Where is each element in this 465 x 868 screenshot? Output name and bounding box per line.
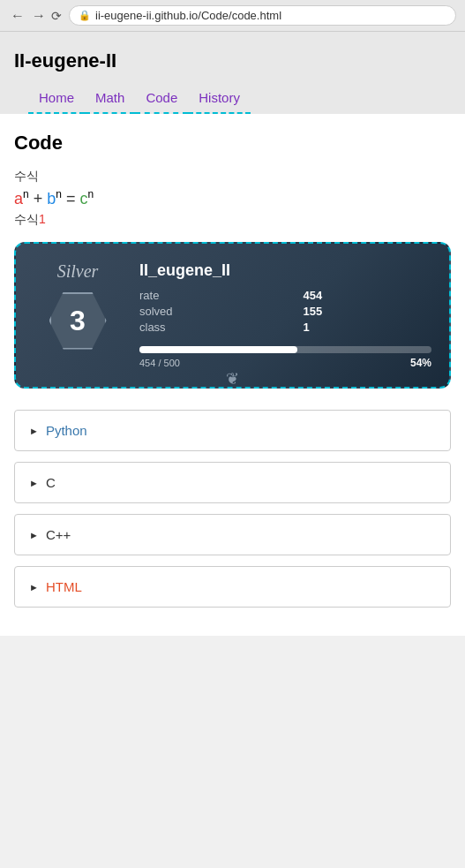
progress-labels: 454 / 500 54%	[139, 357, 431, 369]
formula-equals: =	[66, 190, 80, 208]
progress-bar-fill	[139, 346, 297, 353]
section-python-header[interactable]: ► Python	[15, 411, 450, 450]
solved-value: 155	[303, 305, 431, 318]
reload-button[interactable]: ⟳	[51, 9, 62, 23]
badge-section: Silver 3 ❦	[34, 261, 122, 356]
section-cpp: ► C++	[14, 514, 451, 555]
profile-card: Silver 3 ❦ II_eugene_II rate 454 solved …	[14, 242, 451, 389]
back-button[interactable]: ←	[9, 8, 26, 24]
address-bar[interactable]: 🔒 ii-eugene-ii.github.io/Code/code.html	[69, 5, 456, 26]
section-cpp-header[interactable]: ► C++	[15, 515, 450, 555]
badge-wings: ❦	[226, 369, 239, 389]
profile-info: II_eugene_II rate 454 solved 155 class 1…	[139, 261, 431, 369]
profile-username: II_eugene_II	[139, 261, 431, 280]
rate-label: rate	[139, 289, 281, 302]
site-header: II-eugene-II Home Math Code History	[0, 32, 465, 114]
progress-count: 454 / 500	[139, 358, 180, 368]
nav-item-math[interactable]: Math	[85, 83, 135, 114]
arrow-cpp: ►	[29, 530, 39, 540]
lock-icon: 🔒	[79, 10, 91, 21]
nav-item-home[interactable]: Home	[28, 83, 85, 114]
rate-value: 454	[303, 289, 431, 302]
arrow-html: ►	[29, 582, 39, 593]
formula-exp1: n	[23, 188, 29, 200]
nav-item-code[interactable]: Code	[135, 83, 188, 114]
formula-exp3: n	[87, 188, 94, 200]
formula-num: 1	[39, 212, 46, 226]
nav-buttons: ← → ⟳	[9, 8, 62, 24]
class-value: 1	[303, 321, 431, 334]
forward-button[interactable]: →	[30, 8, 48, 24]
formula-label2: 수식1	[14, 212, 451, 228]
nav-item-history[interactable]: History	[188, 83, 251, 114]
label-python: Python	[46, 423, 87, 438]
class-label: class	[139, 321, 281, 334]
formula-display: an + bn = cn	[14, 188, 451, 208]
page-title: Code	[14, 132, 451, 155]
badge-shape: 3	[47, 285, 109, 356]
browser-chrome: ← → ⟳ 🔒 ii-eugene-ii.github.io/Code/code…	[0, 0, 465, 32]
arrow-python: ►	[29, 426, 39, 436]
arrow-c: ►	[29, 478, 39, 488]
label-c: C	[46, 475, 56, 490]
profile-stats: rate 454 solved 155 class 1	[139, 289, 431, 334]
solved-label: solved	[139, 305, 281, 318]
formula-b: b	[47, 190, 56, 208]
section-python: ► Python	[14, 410, 451, 451]
formula-plus: +	[34, 190, 48, 208]
progress-bar-background	[139, 346, 431, 353]
main-content: Code 수식 an + bn = cn 수식1 Silver 3 ❦ II_e…	[0, 114, 465, 636]
section-html-header[interactable]: ► HTML	[15, 567, 450, 607]
progress-section: 454 / 500 54%	[139, 346, 431, 369]
formula-a: a	[14, 190, 23, 208]
label-html: HTML	[46, 579, 82, 594]
navigation: Home Math Code History	[14, 83, 451, 114]
section-c-header[interactable]: ► C	[15, 463, 450, 502]
formula-exp2: n	[56, 188, 62, 200]
badge-hexagon: 3	[49, 292, 107, 350]
label-cpp: C++	[46, 527, 71, 542]
site-title: II-eugene-II	[14, 42, 451, 83]
section-html: ► HTML	[14, 566, 451, 608]
badge-rank: 3	[70, 305, 86, 337]
badge-tier: Silver	[57, 261, 99, 282]
formula-label: 수식	[14, 169, 451, 185]
url-text: ii-eugene-ii.github.io/Code/code.html	[95, 9, 281, 22]
section-c: ► C	[14, 462, 451, 503]
progress-percent: 54%	[410, 357, 431, 369]
